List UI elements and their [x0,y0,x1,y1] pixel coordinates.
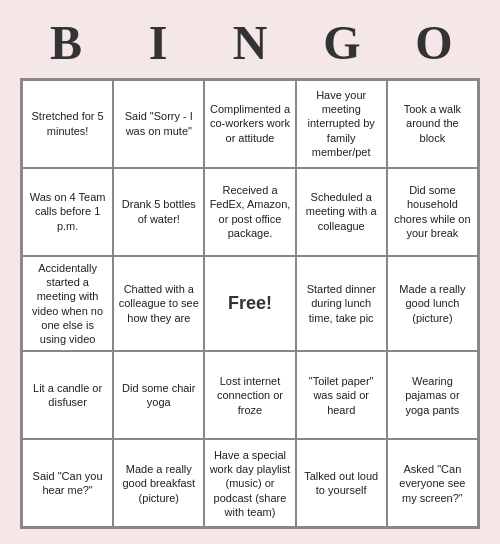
bingo-cell-10[interactable]: Accidentally started a meeting with vide… [22,256,113,352]
bingo-cell-19[interactable]: Wearing pajamas or yoga pants [387,351,478,439]
bingo-cell-24[interactable]: Asked "Can everyone see my screen?" [387,439,478,527]
bingo-cell-18[interactable]: "Toilet paper" was said or heard [296,351,387,439]
bingo-cell-0[interactable]: Stretched for 5 minutes! [22,80,113,168]
bingo-cell-20[interactable]: Said "Can you hear me?" [22,439,113,527]
bingo-cell-22[interactable]: Have a special work day playlist (music)… [204,439,295,527]
bingo-letter-g: G [302,15,382,70]
bingo-grid: Stretched for 5 minutes!Said "Sorry - I … [20,78,480,530]
bingo-letter-b: B [26,15,106,70]
bingo-cell-16[interactable]: Did some chair yoga [113,351,204,439]
bingo-cell-4[interactable]: Took a walk around the block [387,80,478,168]
free-cell[interactable]: Free! [204,256,295,352]
bingo-title: BINGO [20,15,480,70]
bingo-cell-7[interactable]: Received a FedEx, Amazon, or post office… [204,168,295,256]
bingo-cell-6[interactable]: Drank 5 bottles of water! [113,168,204,256]
bingo-cell-15[interactable]: Lit a candle or disfuser [22,351,113,439]
bingo-letter-i: I [118,15,198,70]
bingo-cell-23[interactable]: Talked out loud to yourself [296,439,387,527]
bingo-card: BINGO Stretched for 5 minutes!Said "Sorr… [10,5,490,540]
bingo-cell-3[interactable]: Have your meeting interrupted by family … [296,80,387,168]
bingo-cell-14[interactable]: Made a really good lunch (picture) [387,256,478,352]
bingo-cell-13[interactable]: Started dinner during lunch time, take p… [296,256,387,352]
bingo-cell-21[interactable]: Made a really good breakfast (picture) [113,439,204,527]
bingo-letter-o: O [394,15,474,70]
bingo-cell-9[interactable]: Did some household chores while on your … [387,168,478,256]
bingo-cell-8[interactable]: Scheduled a meeting with a colleague [296,168,387,256]
bingo-cell-1[interactable]: Said "Sorry - I was on mute" [113,80,204,168]
bingo-cell-2[interactable]: Complimented a co-workers work or attitu… [204,80,295,168]
bingo-cell-5[interactable]: Was on 4 Team calls before 1 p.m. [22,168,113,256]
bingo-letter-n: N [210,15,290,70]
bingo-cell-11[interactable]: Chatted with a colleague to see how they… [113,256,204,352]
bingo-cell-17[interactable]: Lost internet connection or froze [204,351,295,439]
